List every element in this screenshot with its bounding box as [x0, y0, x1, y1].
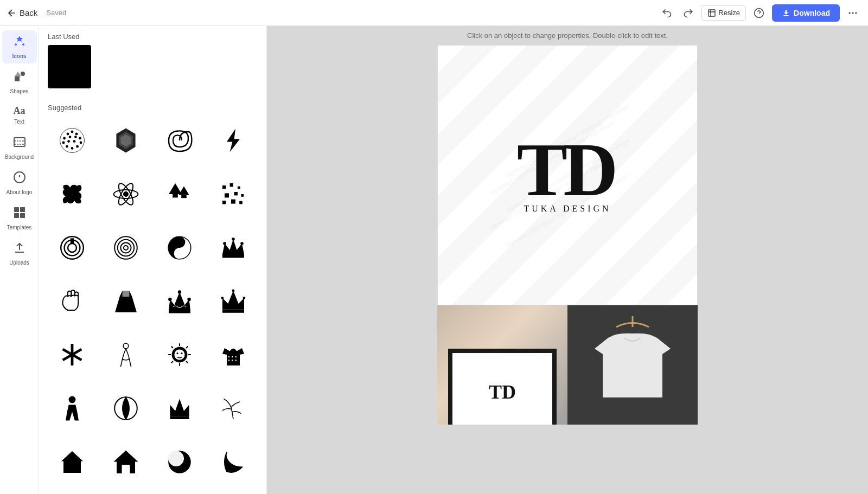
- mockup-shirt-preview: [567, 305, 698, 425]
- last-used-area: [39, 45, 266, 97]
- icon-moon-dark[interactable]: [155, 438, 205, 487]
- svg-rect-51: [225, 194, 229, 198]
- sidebar-item-icons[interactable]: Icons: [2, 30, 37, 63]
- icon-crescent[interactable]: [208, 438, 258, 487]
- icon-trees[interactable]: [155, 170, 205, 219]
- icon-hexagon-camera[interactable]: [101, 116, 151, 165]
- svg-point-71: [223, 242, 226, 245]
- back-arrow-icon: [7, 8, 17, 18]
- back-button[interactable]: Back: [7, 8, 37, 18]
- help-button[interactable]: [750, 4, 768, 22]
- letter-d: D: [563, 137, 618, 202]
- svg-point-4: [852, 12, 853, 14]
- icon-simple-crown[interactable]: [155, 384, 205, 433]
- icon-target[interactable]: [48, 223, 97, 273]
- icon-female-silhouette[interactable]: [48, 384, 97, 433]
- icon-dotted-sphere[interactable]: [48, 116, 97, 165]
- svg-point-27: [74, 136, 77, 139]
- svg-rect-53: [241, 194, 244, 197]
- sidebar-item-background[interactable]: Background: [2, 131, 37, 164]
- icon-sun-face[interactable]: [155, 330, 205, 380]
- svg-point-100: [232, 356, 233, 357]
- svg-point-73: [240, 242, 244, 245]
- sidebar-item-uploads[interactable]: Uploads: [2, 237, 37, 270]
- svg-line-97: [171, 361, 173, 363]
- svg-rect-111: [123, 465, 130, 473]
- svg-point-103: [232, 360, 233, 361]
- redo-button[interactable]: [680, 4, 697, 22]
- icon-circles[interactable]: [101, 223, 151, 273]
- design-td-wrapper: T D TUKA DESIGN: [517, 137, 618, 214]
- design-td-letters: T D: [517, 137, 618, 202]
- templates-sidebar-icon: [13, 206, 26, 222]
- svg-marker-44: [169, 183, 182, 194]
- sidebar-templates-label: Templates: [7, 224, 32, 230]
- svg-point-7: [22, 43, 24, 46]
- icon-circle-moon[interactable]: [101, 384, 151, 433]
- download-label: Download: [794, 9, 830, 17]
- svg-point-80: [232, 289, 234, 292]
- svg-rect-52: [234, 192, 237, 195]
- svg-point-6: [15, 43, 17, 46]
- saved-label: Saved: [46, 9, 66, 17]
- icon-hand[interactable]: [48, 277, 97, 326]
- svg-rect-55: [231, 200, 235, 204]
- help-icon: [754, 8, 764, 18]
- main-design-card[interactable]: signatog.c signatog.c signatog.c signato…: [437, 45, 698, 305]
- mockup-frame-preview: TD: [437, 305, 567, 425]
- svg-point-81: [221, 297, 224, 299]
- icon-yin-yang[interactable]: [155, 223, 205, 273]
- icon-dress[interactable]: [101, 277, 151, 326]
- svg-point-76: [168, 297, 171, 300]
- main-layout: Icons Shapes Aa Text Background About lo…: [0, 26, 868, 494]
- sidebar-item-shapes[interactable]: Shapes: [2, 66, 37, 99]
- icon-royal-crown[interactable]: [208, 277, 258, 326]
- letter-t: T: [517, 137, 567, 202]
- sidebar-item-text[interactable]: Aa Text: [2, 101, 37, 129]
- icon-scatter-dots[interactable]: [208, 170, 258, 219]
- icon-atom[interactable]: [101, 170, 151, 219]
- design-subtext: TUKA DESIGN: [524, 204, 611, 214]
- svg-line-96: [186, 347, 188, 348]
- icon-ornate-crown[interactable]: [155, 277, 205, 326]
- svg-point-24: [75, 133, 78, 136]
- icon-silhouette-figure[interactable]: [101, 330, 151, 380]
- last-used-title: Last Used: [39, 26, 266, 45]
- svg-point-63: [121, 242, 131, 253]
- icon-crown-simple[interactable]: [208, 223, 258, 273]
- about-logo-sidebar-icon: [13, 171, 26, 187]
- svg-line-95: [171, 347, 173, 348]
- undo-button[interactable]: [658, 4, 675, 22]
- icon-house-2[interactable]: [101, 438, 151, 487]
- sidebar-item-about-logo[interactable]: About logo: [2, 166, 37, 200]
- canvas-container: signatog.c signatog.c signatog.c signato…: [426, 45, 709, 435]
- sidebar-background-label: Background: [5, 154, 34, 160]
- icon-flower-spin[interactable]: [48, 170, 97, 219]
- svg-rect-79: [222, 309, 244, 312]
- last-used-icon-item[interactable]: [48, 45, 91, 88]
- svg-point-64: [124, 246, 128, 250]
- frame-mockup: TD: [448, 349, 557, 425]
- sidebar-uploads-label: Uploads: [9, 260, 29, 266]
- icon-lightning[interactable]: [208, 116, 258, 165]
- download-button[interactable]: Download: [772, 4, 840, 22]
- icon-spiral[interactable]: [155, 116, 205, 165]
- svg-rect-109: [69, 465, 76, 473]
- svg-rect-48: [222, 185, 226, 189]
- sidebar-item-templates[interactable]: Templates: [2, 202, 37, 235]
- icon-palm-wind[interactable]: [208, 384, 258, 433]
- background-sidebar-icon: [13, 136, 26, 152]
- icon-dotted-shirt[interactable]: [208, 330, 258, 380]
- resize-button[interactable]: Resize: [701, 5, 746, 21]
- svg-point-82: [242, 297, 245, 299]
- icon-house[interactable]: [48, 438, 97, 487]
- svg-point-29: [62, 142, 65, 144]
- icon-asterisk[interactable]: [48, 330, 97, 380]
- more-options-button[interactable]: [844, 4, 861, 22]
- svg-point-34: [71, 147, 74, 150]
- icons-panel: Last Used Suggested: [39, 26, 267, 494]
- svg-point-9: [21, 72, 25, 76]
- back-label: Back: [20, 8, 37, 17]
- svg-point-30: [68, 140, 71, 143]
- topbar-right: Resize Download: [658, 4, 861, 22]
